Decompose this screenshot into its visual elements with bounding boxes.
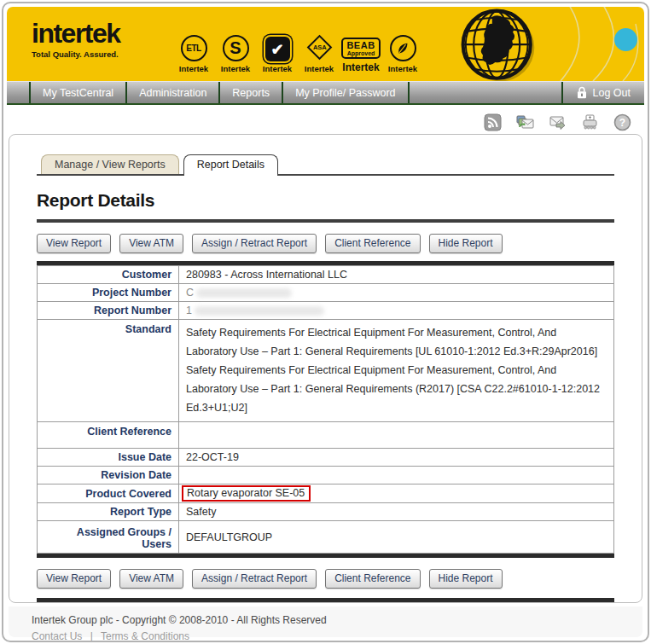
content-panel: Manage / View Reports Report Details Rep…: [9, 134, 642, 603]
svg-text:?: ?: [619, 117, 625, 129]
row-issue-date: Issue Date 22-OCT-19: [38, 449, 614, 467]
s-mark: S Intertek: [218, 26, 253, 73]
view-report-button[interactable]: View Report: [37, 569, 111, 589]
nav-item-my-profile-password[interactable]: My Profile/ Password: [283, 82, 407, 103]
field-label-assigned-groups: Assigned Groups / Users: [38, 521, 179, 554]
action-buttons-top: View Report View ATM Assign / Retract Re…: [37, 234, 614, 253]
row-report-number: Report Number 1: [38, 302, 614, 320]
print-icon[interactable]: [581, 113, 599, 131]
client-reference-button[interactable]: Client Reference: [325, 569, 420, 589]
field-value-report-type: Safety: [179, 503, 614, 521]
rss-icon[interactable]: [484, 113, 502, 131]
view-atm-button[interactable]: View ATM: [119, 234, 183, 253]
copyright-text: Intertek Group plc - Copyright © 2008-20…: [32, 614, 619, 626]
logout-label: Log Out: [593, 87, 631, 99]
field-label-revision-date: Revision Date: [38, 467, 179, 484]
nav-item-administration[interactable]: Administration: [127, 82, 218, 103]
standard-line-2: Safety Requirements For Electrical Equip…: [186, 361, 607, 417]
field-value-customer: 280983 - Across International LLC: [179, 266, 614, 284]
tab-report-details[interactable]: Report Details: [183, 154, 278, 174]
send-report-icon[interactable]: [549, 113, 567, 131]
etl-icon: ETL: [181, 35, 207, 61]
red-annotation-box: Rotary evaporator SE-05: [182, 485, 311, 502]
field-label-customer: Customer: [38, 266, 179, 284]
intertek-logo-text: intertek: [32, 20, 120, 49]
field-value-assigned-groups: DEFAULTGROUP: [179, 521, 614, 554]
page-footer: Intertek Group plc - Copyright © 2008-20…: [9, 606, 642, 637]
cyan-dot-decoration: [614, 28, 637, 51]
beab-box-icon: BEAB Approved: [341, 38, 380, 59]
share-report-icon[interactable]: [516, 113, 534, 131]
beab-approved-mark: BEAB Approved Intertek: [343, 23, 379, 73]
assign-retract-report-button[interactable]: Assign / Retract Report: [192, 569, 317, 589]
row-product-covered: Product Covered Rotary evaporator SE-05: [38, 484, 614, 503]
field-label-report-number: Report Number: [38, 302, 179, 320]
report-toolbar: ?: [484, 113, 631, 131]
row-standard: Standard Safety Requirements For Electri…: [38, 320, 614, 422]
field-value-product-covered: Rotary evaporator SE-05: [179, 484, 614, 503]
redacted-project-number: [196, 288, 292, 298]
tab-manage-view-reports[interactable]: Manage / View Reports: [41, 154, 179, 174]
row-assigned-groups: Assigned Groups / Users DEFAULTGROUP: [38, 521, 614, 554]
row-project-number: Project Number C: [38, 284, 614, 302]
field-label-standard: Standard: [38, 320, 179, 422]
mark-caption: Intertek: [263, 64, 292, 73]
view-atm-button[interactable]: View ATM: [119, 569, 183, 589]
field-label-issue-date: Issue Date: [38, 449, 179, 467]
table-bottom-bar: [37, 554, 614, 558]
assign-retract-report-button[interactable]: Assign / Retract Report: [192, 234, 317, 253]
hide-report-button[interactable]: Hide Report: [429, 569, 503, 589]
contact-us-link[interactable]: Contact Us: [32, 630, 82, 642]
checkmark-icon: ✔: [265, 37, 290, 61]
intertek-tagline: Total Quality. Assured.: [32, 49, 120, 59]
main-navigation: My TestCentral Administration Reports My…: [7, 81, 644, 105]
footer-link-separator: |: [90, 630, 93, 642]
field-value-standard: Safety Requirements For Electrical Equip…: [179, 320, 614, 422]
page-title: Report Details: [37, 190, 614, 211]
field-value-revision-date: [179, 467, 614, 484]
client-reference-button[interactable]: Client Reference: [325, 234, 420, 253]
action-buttons-bottom: View Report View ATM Assign / Retract Re…: [37, 569, 614, 589]
mark-caption: Intertek: [388, 64, 417, 73]
row-client-reference: Client Reference: [38, 422, 614, 449]
quality-performance-mark: ✔ Intertek: [259, 26, 295, 73]
report-details-table: Customer 280983 - Across International L…: [37, 265, 614, 554]
field-label-report-type: Report Type: [38, 503, 179, 521]
report-tabs: Manage / View Reports Report Details: [37, 154, 614, 176]
asa-mark: ASA Intertek: [301, 26, 337, 73]
padlock-icon: [577, 86, 587, 99]
field-value-issue-date: 22-OCT-19: [179, 449, 614, 467]
row-revision-date: Revision Date: [38, 467, 614, 484]
s-icon: S: [223, 35, 249, 61]
row-customer: Customer 280983 - Across International L…: [38, 266, 614, 284]
masthead: intertek Total Quality. Assured. ETL Int…: [7, 7, 644, 81]
leaf-icon: [390, 35, 416, 61]
heading-rule: [37, 219, 614, 223]
hide-report-button[interactable]: Hide Report: [429, 234, 503, 253]
etl-mark: ETL Intertek: [176, 26, 212, 73]
row-report-type: Report Type Safety: [38, 503, 614, 521]
intertek-logo: intertek Total Quality. Assured.: [32, 20, 120, 59]
logout-button[interactable]: Log Out: [563, 82, 644, 103]
page-frame: intertek Total Quality. Assured. ETL Int…: [2, 2, 649, 642]
terms-conditions-link[interactable]: Terms & Conditions: [101, 630, 189, 642]
bottom-rule: [37, 598, 614, 602]
field-label-product-covered: Product Covered: [38, 484, 179, 503]
certification-marks: ETL Intertek S Intertek ✔ Intertek ASA I…: [176, 15, 421, 73]
nav-item-reports[interactable]: Reports: [220, 82, 282, 103]
help-icon[interactable]: ?: [613, 113, 631, 131]
field-value-report-number: 1: [179, 302, 614, 320]
redacted-report-number: [195, 306, 324, 316]
field-value-project-number: C: [179, 284, 614, 302]
leaf-mark: Intertek: [385, 26, 421, 73]
mark-caption: Intertek: [179, 64, 208, 73]
globe-icon: [458, 8, 538, 81]
nav-item-my-testcentral[interactable]: My TestCentral: [31, 82, 125, 103]
field-label-project-number: Project Number: [38, 284, 179, 302]
mark-caption: Intertek: [342, 61, 379, 73]
view-report-button[interactable]: View Report: [37, 234, 111, 253]
mark-caption: Intertek: [221, 64, 250, 73]
field-label-client-reference: Client Reference: [38, 422, 179, 449]
asa-diamond-icon: ASA: [306, 35, 332, 61]
standard-line-1: Safety Requirements For Electrical Equip…: [186, 323, 607, 361]
